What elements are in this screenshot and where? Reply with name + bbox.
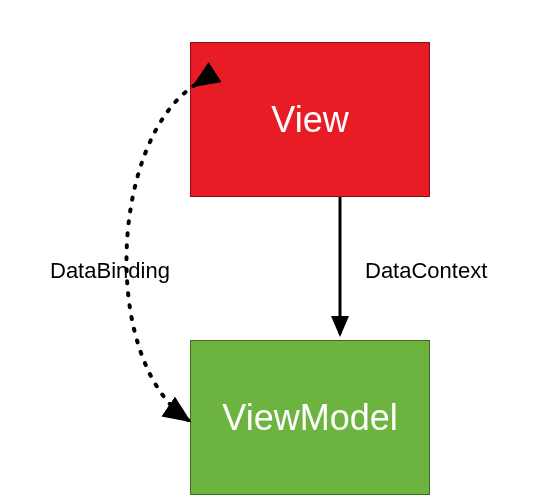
viewmodel-box-label: ViewModel <box>222 397 397 439</box>
view-box: View <box>190 42 430 197</box>
databinding-label: DataBinding <box>50 258 170 284</box>
datacontext-label: DataContext <box>365 258 487 284</box>
viewmodel-box: ViewModel <box>190 340 430 495</box>
view-box-label: View <box>271 99 348 141</box>
databinding-arrow <box>126 85 195 420</box>
